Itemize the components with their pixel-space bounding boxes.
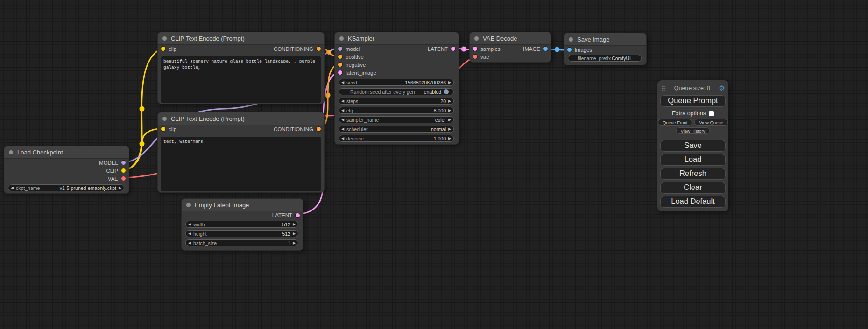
vae-output-port[interactable] (121, 176, 126, 181)
decrement-arrow-icon[interactable] (339, 108, 346, 112)
collapse-dot-icon[interactable] (162, 117, 167, 121)
link-midpoint-dot[interactable] (326, 50, 331, 55)
increment-arrow-icon[interactable] (446, 136, 453, 140)
node-title-bar[interactable]: CLIP Text Encode (Prompt) (158, 32, 324, 45)
load-button[interactable]: Load (660, 154, 726, 166)
drag-handle-icon[interactable] (661, 85, 665, 91)
node-title-bar[interactable]: Load Checkpoint (4, 146, 129, 159)
link-midpoint-dot[interactable] (140, 141, 145, 147)
toggle-icon[interactable] (444, 89, 449, 94)
link-midpoint-dot[interactable] (461, 47, 466, 52)
node-title-bar[interactable]: Empty Latent Image (182, 199, 303, 211)
latent-image-input-port[interactable] (338, 70, 342, 75)
output-label: CLIP (106, 168, 118, 174)
increment-arrow-icon[interactable] (446, 99, 453, 103)
queue-prompt-button[interactable]: Queue Prompt (660, 95, 726, 107)
node-save-image[interactable]: Save Image images filename_prefix ComfyU… (564, 33, 647, 65)
model-output-port[interactable] (121, 161, 126, 165)
prompt-textarea[interactable]: text, watermark (161, 137, 321, 191)
clear-button[interactable]: Clear (660, 182, 726, 194)
decrement-arrow-icon[interactable] (186, 231, 193, 236)
widget-label: height (193, 231, 207, 237)
image-output-port[interactable] (543, 47, 548, 51)
collapse-dot-icon[interactable] (474, 36, 479, 41)
decrement-arrow-icon[interactable] (186, 222, 193, 226)
port-row: clip CONDITIONING (158, 45, 324, 53)
save-button[interactable]: Save (660, 140, 726, 152)
node-vae-decode[interactable]: VAE Decode samples IMAGE vae (469, 32, 551, 63)
collapse-dot-icon[interactable] (186, 203, 191, 207)
decrement-arrow-icon[interactable] (339, 127, 346, 131)
node-clip-text-encode-positive[interactable]: CLIP Text Encode (Prompt) clip CONDITION… (157, 32, 325, 104)
node-title-bar[interactable]: Save Image (564, 33, 646, 46)
latent-output-port[interactable] (296, 213, 300, 217)
increment-arrow-icon[interactable] (116, 186, 124, 190)
conditioning-output-port[interactable] (317, 127, 321, 131)
link-midpoint-dot[interactable] (140, 106, 145, 112)
input-label: clip (169, 46, 176, 52)
decrement-arrow-icon[interactable] (186, 241, 193, 245)
widget-cfg[interactable]: cfg 8.000 (339, 107, 454, 114)
refresh-button[interactable]: Refresh (660, 168, 726, 180)
vae-input-port[interactable] (473, 55, 477, 59)
increment-arrow-icon[interactable] (446, 118, 453, 122)
collapse-dot-icon[interactable] (339, 36, 344, 41)
conditioning-output-port[interactable] (317, 47, 321, 51)
link-midpoint-dot[interactable] (555, 47, 560, 52)
decrement-arrow-icon[interactable] (339, 136, 346, 140)
collapse-dot-icon[interactable] (9, 150, 13, 154)
prompt-textarea[interactable]: beautiful scenery nature glass bottle la… (161, 56, 321, 103)
negative-input-port[interactable] (338, 63, 342, 67)
decrement-arrow-icon[interactable] (8, 186, 16, 190)
widget-scheduler[interactable]: scheduler normal (339, 126, 454, 133)
images-input-port[interactable] (567, 48, 572, 52)
collapse-dot-icon[interactable] (162, 36, 167, 41)
clip-output-port[interactable] (121, 168, 126, 173)
node-empty-latent-image[interactable]: Empty Latent Image LATENT width 512 heig… (181, 198, 303, 251)
increment-arrow-icon[interactable] (290, 222, 298, 226)
collapse-dot-icon[interactable] (569, 37, 573, 42)
clip-input-port[interactable] (161, 47, 165, 51)
node-clip-text-encode-negative[interactable]: CLIP Text Encode (Prompt) clip CONDITION… (157, 112, 325, 193)
widget-sampler-name[interactable]: sampler_name euler (339, 116, 454, 123)
increment-arrow-icon[interactable] (446, 127, 453, 131)
widget-random-seed[interactable]: Random seed after every gen enabled (339, 88, 454, 95)
load-default-button[interactable]: Load Default (660, 196, 726, 208)
increment-arrow-icon[interactable] (446, 80, 453, 84)
widget-label: denoise (346, 136, 364, 141)
input-label: latent_image (346, 70, 376, 76)
queue-front-button[interactable]: Queue Front (658, 119, 692, 126)
decrement-arrow-icon[interactable] (339, 99, 346, 103)
clip-input-port[interactable] (161, 127, 165, 131)
gear-icon[interactable] (719, 84, 725, 92)
node-ksampler[interactable]: KSampler model LATENT positive negative … (334, 32, 459, 145)
node-title-bar[interactable]: CLIP Text Encode (Prompt) (158, 112, 324, 125)
positive-input-port[interactable] (338, 55, 342, 59)
link-clip-to-negative-prompt[interactable] (124, 129, 162, 170)
increment-arrow-icon[interactable] (290, 231, 298, 236)
comfyui-canvas[interactable]: Load Checkpoint MODEL CLIP VAE ckpt_name… (0, 0, 868, 329)
widget-denoise[interactable]: denoise 1.000 (339, 135, 454, 142)
widget-steps[interactable]: steps 20 (339, 98, 454, 105)
widget-height[interactable]: height 512 (185, 230, 298, 237)
node-title-bar[interactable]: KSampler (335, 32, 459, 45)
increment-arrow-icon[interactable] (446, 108, 453, 112)
extra-options-checkbox[interactable] (709, 111, 714, 116)
widget-width[interactable]: width 512 (185, 221, 298, 228)
widget-seed[interactable]: seed 156680208700286 (339, 79, 454, 86)
increment-arrow-icon[interactable] (290, 241, 298, 245)
decrement-arrow-icon[interactable] (339, 118, 346, 122)
widget-batch-size[interactable]: batch_size 1 (185, 239, 298, 246)
latent-output-port[interactable] (451, 47, 455, 51)
node-title-bar[interactable]: VAE Decode (470, 32, 551, 45)
samples-input-port[interactable] (473, 47, 477, 51)
node-load-checkpoint[interactable]: Load Checkpoint MODEL CLIP VAE ckpt_name… (4, 146, 129, 194)
model-input-port[interactable] (338, 47, 342, 51)
widget-ckpt-name[interactable]: ckpt_name v1-5-pruned-emaonly.ckpt (8, 184, 124, 191)
decrement-arrow-icon[interactable] (339, 80, 346, 84)
widget-filename-prefix[interactable]: filename_prefix ComfyUI (568, 55, 642, 62)
widget-label: filename_prefix (578, 56, 611, 61)
view-history-button[interactable]: View History (676, 127, 710, 134)
view-queue-button[interactable]: View Queue (694, 119, 728, 126)
link-midpoint-dot[interactable] (325, 93, 331, 98)
